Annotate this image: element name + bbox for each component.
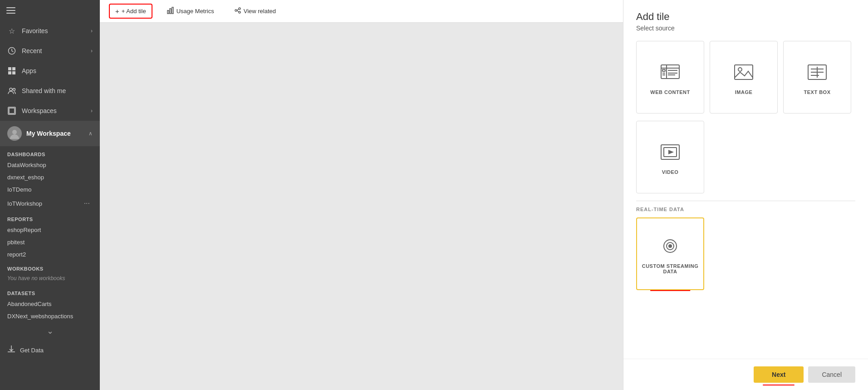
get-data-icon xyxy=(7,345,15,355)
favorites-label: Favorites xyxy=(22,27,91,35)
next-button[interactable]: Next xyxy=(754,366,804,383)
svg-point-9 xyxy=(12,130,17,134)
panel-title: Add tile xyxy=(636,11,855,23)
usage-metrics-button[interactable]: Usage Metrics xyxy=(162,4,220,18)
sidebar-item-shared[interactable]: Shared with me xyxy=(0,81,100,101)
avatar xyxy=(7,126,22,141)
svg-rect-2 xyxy=(12,67,15,70)
report-item-report2[interactable]: report2 xyxy=(0,248,100,261)
panel-header: Add tile Select source xyxy=(623,0,868,36)
svg-point-14 xyxy=(239,8,240,10)
sidebar-item-workspaces[interactable]: Workspaces › xyxy=(0,101,100,121)
web-content-icon xyxy=(657,59,683,85)
dashboard-item-iotdemo[interactable]: IoTDemo xyxy=(0,183,100,196)
shared-icon xyxy=(7,86,16,95)
usage-metrics-label: Usage Metrics xyxy=(177,8,214,15)
add-tile-label: + Add tile xyxy=(122,8,146,15)
dashboard-item-dxnext[interactable]: dxnext_eshop xyxy=(0,171,100,183)
svg-point-15 xyxy=(239,11,240,13)
workbooks-empty-label: You have no workbooks xyxy=(0,273,100,285)
workspaces-icon xyxy=(7,106,16,115)
view-related-icon xyxy=(234,7,241,15)
get-data-item[interactable]: Get Data xyxy=(0,340,100,360)
svg-point-6 xyxy=(13,89,15,91)
view-related-button[interactable]: View related xyxy=(229,4,281,18)
sidebar-item-favorites[interactable]: ☆ Favorites › xyxy=(0,21,100,41)
workspace-label: My Workspace xyxy=(26,130,88,137)
textbox-label: TEXT BOX xyxy=(804,89,830,95)
svg-point-37 xyxy=(668,244,672,248)
dashboard-item-iotworkshop[interactable]: IoTWorkshop ··· xyxy=(0,196,100,211)
scroll-down-indicator: ⌄ xyxy=(0,322,100,340)
dashboard-item-dataworkshop[interactable]: DataWorkshop xyxy=(0,159,100,171)
svg-marker-36 xyxy=(668,150,674,154)
dataset-item-dxnext[interactable]: DXNext_webshopactions xyxy=(0,310,100,322)
streaming-icon xyxy=(657,233,683,259)
favorites-icon: ☆ xyxy=(7,26,16,35)
topbar: + + Add tile Usage Metrics View related xyxy=(100,0,623,23)
report-item-pbitest[interactable]: pbitest xyxy=(0,236,100,248)
usage-metrics-icon xyxy=(167,7,174,15)
recent-label: Recent xyxy=(22,47,91,54)
textbox-icon xyxy=(804,59,830,85)
panel-subtitle: Select source xyxy=(636,25,855,32)
workspace-content: DASHBOARDS DataWorkshop dxnext_eshop IoT… xyxy=(0,146,100,360)
hamburger-menu-icon[interactable] xyxy=(6,7,15,14)
recent-icon xyxy=(7,46,16,55)
mid-tile-grid: VIDEO xyxy=(636,121,855,193)
more-options-icon[interactable]: ··· xyxy=(81,198,93,208)
cancel-button[interactable]: Cancel xyxy=(808,366,855,383)
dashboard-canvas xyxy=(100,23,623,390)
svg-rect-1 xyxy=(8,67,11,70)
sidebar-item-recent[interactable]: Recent › xyxy=(0,41,100,61)
get-data-label: Get Data xyxy=(20,347,44,354)
video-icon xyxy=(657,139,683,165)
svg-rect-4 xyxy=(12,71,15,74)
svg-line-17 xyxy=(237,10,239,12)
add-tile-panel: Add tile Select source xyxy=(623,0,868,390)
svg-rect-10 xyxy=(167,10,169,14)
my-workspace-item[interactable]: My Workspace ∧ xyxy=(0,121,100,146)
svg-point-5 xyxy=(10,88,12,91)
panel-footer: Next Cancel xyxy=(623,359,868,390)
panel-scroll-area: WEB CONTENT IMAGE xyxy=(623,36,868,359)
report-item-eshopreport[interactable]: eshopReport xyxy=(0,224,100,236)
svg-rect-21 xyxy=(662,69,665,71)
tile-custom-streaming[interactable]: CUSTOM STREAMING DATA xyxy=(636,217,704,290)
tile-video[interactable]: VIDEO xyxy=(636,121,704,193)
apps-icon xyxy=(7,66,16,75)
video-label: VIDEO xyxy=(662,169,679,175)
realtime-section-label: REAL-TIME DATA xyxy=(636,207,855,212)
apps-label: Apps xyxy=(22,67,93,74)
sidebar-item-apps[interactable]: Apps xyxy=(0,61,100,81)
datasets-section-header: DATASETS xyxy=(0,285,100,298)
add-tile-button[interactable]: + + Add tile xyxy=(109,4,152,19)
shared-label: Shared with me xyxy=(22,87,93,94)
dataset-item-abandonedcarts[interactable]: AbandonedCarts xyxy=(0,298,100,310)
reports-section-header: REPORTS xyxy=(0,211,100,224)
section-divider xyxy=(636,201,855,201)
tile-textbox[interactable]: TEXT BOX xyxy=(783,41,851,114)
dashboards-section-header: DASHBOARDS xyxy=(0,146,100,159)
web-content-label: WEB CONTENT xyxy=(650,89,690,95)
main-content: + + Add tile Usage Metrics View related xyxy=(100,0,623,390)
workbooks-section-header: WORKBOOKS xyxy=(0,261,100,273)
streaming-label: CUSTOM STREAMING DATA xyxy=(637,263,703,274)
realtime-tile-grid: CUSTOM STREAMING DATA xyxy=(636,217,855,290)
svg-point-28 xyxy=(738,68,742,71)
sidebar: ☆ Favorites › Recent › Apps Shared with … xyxy=(0,0,100,390)
sidebar-header xyxy=(0,0,100,21)
svg-point-13 xyxy=(235,10,237,11)
tile-image[interactable]: IMAGE xyxy=(710,41,778,114)
workspaces-label: Workspaces xyxy=(22,107,91,114)
image-icon xyxy=(731,59,756,85)
svg-rect-11 xyxy=(170,9,171,14)
top-tile-grid: WEB CONTENT IMAGE xyxy=(636,41,855,114)
svg-rect-8 xyxy=(9,108,15,114)
svg-rect-27 xyxy=(735,65,753,79)
view-related-label: View related xyxy=(244,8,276,15)
image-label: IMAGE xyxy=(735,89,753,95)
tile-web-content[interactable]: WEB CONTENT xyxy=(636,41,704,114)
svg-rect-3 xyxy=(8,71,11,74)
chevron-up-icon: ∧ xyxy=(88,130,93,137)
